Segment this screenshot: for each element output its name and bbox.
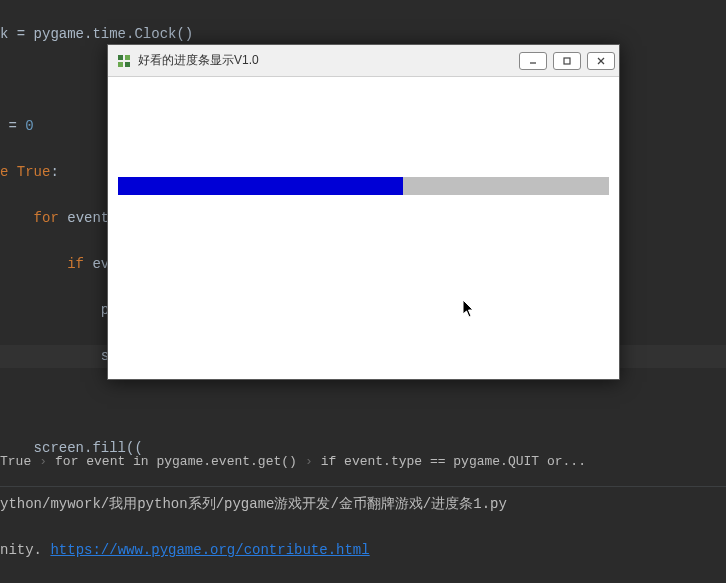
progress-fill — [118, 177, 403, 195]
svg-rect-2 — [118, 62, 123, 67]
svg-rect-5 — [564, 58, 570, 64]
svg-rect-3 — [125, 62, 130, 67]
console-panel: ython/mywork/我用python系列/pygame游戏开发/金币翻牌游… — [0, 486, 726, 583]
close-button[interactable] — [587, 52, 615, 70]
code-kw: for — [34, 210, 59, 226]
chevron-right-icon: › — [39, 454, 47, 469]
maximize-button[interactable] — [553, 52, 581, 70]
mouse-cursor-icon — [462, 299, 476, 319]
code-line: k = pygame.time.Clock() — [0, 26, 193, 42]
code-kw: e True — [0, 164, 50, 180]
svg-rect-0 — [118, 55, 123, 60]
code-kw: if — [67, 256, 84, 272]
window-title: 好看的进度条显示V1.0 — [138, 52, 519, 69]
breadcrumb-item[interactable]: if event.type == pygame.QUIT or... — [321, 454, 586, 469]
console-text: nity. — [0, 542, 50, 558]
minimize-button[interactable] — [519, 52, 547, 70]
breadcrumb-item[interactable]: True — [0, 454, 31, 469]
svg-rect-1 — [125, 55, 130, 60]
code-line: = — [0, 118, 25, 134]
breadcrumb: True › for event in pygame.event.get() ›… — [0, 448, 726, 474]
code-op: : — [50, 164, 58, 180]
code-num: 0 — [25, 118, 33, 134]
app-icon — [116, 53, 132, 69]
console-line: nity. https://www.pygame.org/contribute.… — [0, 539, 726, 562]
pygame-window[interactable]: 好看的进度条显示V1.0 — [107, 44, 620, 380]
console-line: ython/mywork/我用python系列/pygame游戏开发/金币翻牌游… — [0, 493, 726, 516]
breadcrumb-item[interactable]: for event in pygame.event.get() — [55, 454, 297, 469]
window-body — [108, 77, 619, 379]
chevron-right-icon: › — [305, 454, 313, 469]
window-titlebar[interactable]: 好看的进度条显示V1.0 — [108, 45, 619, 77]
contribute-link[interactable]: https://www.pygame.org/contribute.html — [50, 542, 369, 558]
